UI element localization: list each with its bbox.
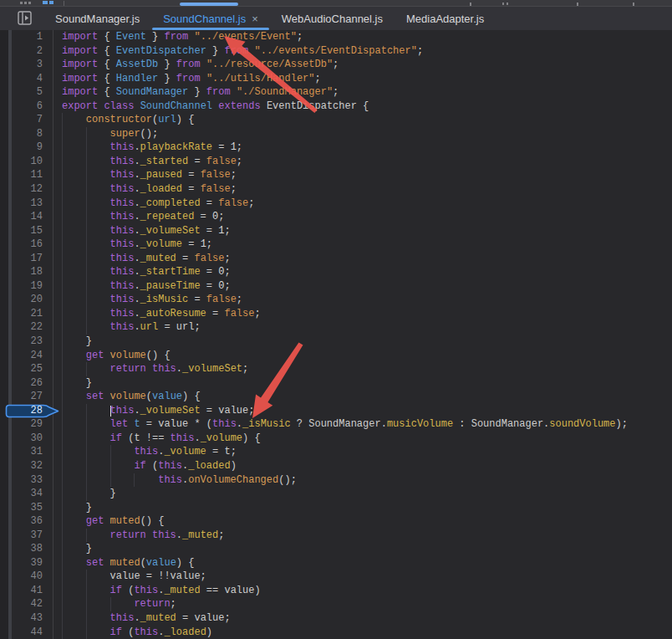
line-number[interactable]: 17 xyxy=(12,252,53,266)
code-line[interactable]: return this._muted; xyxy=(62,529,672,543)
code-line[interactable]: this._paused = false; xyxy=(62,168,672,182)
line-number[interactable]: 37 xyxy=(12,529,53,543)
line-number[interactable]: 7 xyxy=(12,113,53,127)
line-number[interactable]: 35 xyxy=(12,501,53,515)
line-number[interactable]: 23 xyxy=(12,335,53,349)
line-number[interactable]: 5 xyxy=(12,85,53,100)
line-number[interactable]: 29 xyxy=(12,417,53,432)
code-line[interactable]: this._muted = false; xyxy=(62,252,672,266)
code-line[interactable]: this._autoResume = false; xyxy=(62,307,672,321)
code-line[interactable]: this._startTime = 0; xyxy=(62,265,672,279)
line-number[interactable]: 15 xyxy=(12,224,53,238)
code-line[interactable]: this._volume = t; xyxy=(62,445,672,459)
code-line[interactable]: } xyxy=(62,542,672,556)
close-icon[interactable]: × xyxy=(252,13,258,24)
line-number[interactable]: 11 xyxy=(12,168,53,182)
line-number[interactable]: 19 xyxy=(12,279,53,294)
line-number[interactable]: 9 xyxy=(12,141,53,155)
code-line[interactable]: import { SoundManager } from "./SoundMan… xyxy=(62,85,672,100)
code-line[interactable]: this._muted = value; xyxy=(62,611,672,626)
line-number[interactable]: 41 xyxy=(12,584,53,598)
tab-webaudiochannel[interactable]: WebAudioChannel.js xyxy=(270,7,395,30)
code-line[interactable]: if (this._loaded) xyxy=(62,459,672,473)
line-number[interactable]: 36 xyxy=(12,514,53,529)
code-line[interactable]: get volume() { xyxy=(62,349,672,363)
line-number[interactable]: 26 xyxy=(12,376,53,391)
code-line[interactable]: import { EventDispatcher } from "../even… xyxy=(62,44,672,59)
code-line[interactable]: let t = value * (this._isMusic ? SoundMa… xyxy=(62,417,672,432)
line-number[interactable]: 3 xyxy=(12,58,53,72)
line-number[interactable]: 39 xyxy=(12,556,53,570)
line-number[interactable]: 22 xyxy=(12,320,53,335)
code-token: . xyxy=(134,253,140,264)
line-number[interactable]: 4 xyxy=(12,72,53,86)
code-line[interactable]: if (t !== this._volume) { xyxy=(62,432,672,446)
code-line[interactable]: } xyxy=(62,376,672,391)
editor-layout-icon[interactable] xyxy=(18,11,32,25)
code-line[interactable]: } xyxy=(62,501,672,515)
line-number[interactable]: 18 xyxy=(12,265,53,279)
code-line[interactable]: this._volumeSet = 1; xyxy=(62,224,672,238)
line-number[interactable]: 21 xyxy=(12,307,53,321)
line-number[interactable]: 44 xyxy=(12,626,53,639)
code-line[interactable]: constructor(url) { xyxy=(62,113,672,127)
code-token: _volume xyxy=(201,432,242,444)
line-number[interactable]: 31 xyxy=(12,445,53,459)
code-line[interactable]: this._volume = 1; xyxy=(62,238,672,252)
code-line[interactable]: import { AssetDb } from "../resource/Ass… xyxy=(62,58,672,72)
code-line[interactable]: if (this._muted == value) xyxy=(62,584,672,598)
code-line[interactable]: super(); xyxy=(62,127,672,141)
code-line[interactable]: value = !!value; xyxy=(62,570,672,584)
code-line[interactable]: return; xyxy=(62,597,672,611)
line-number[interactable]: 43 xyxy=(12,611,53,626)
tab-list: SoundManager.jsSoundChannel.js×WebAudioC… xyxy=(43,7,496,30)
code-line[interactable]: this._pauseTime = 0; xyxy=(62,279,672,294)
tab-soundmanager[interactable]: SoundManager.js xyxy=(43,7,151,30)
code-line[interactable]: this._loaded = false; xyxy=(62,182,672,197)
code-line[interactable]: this.playbackRate = 1; xyxy=(62,141,672,155)
line-number[interactable]: 20 xyxy=(12,293,53,307)
code-line[interactable]: set muted(value) { xyxy=(62,556,672,570)
code-line[interactable]: import { Handler } from "../utils/Handle… xyxy=(62,72,672,86)
code-line[interactable]: } xyxy=(62,335,672,349)
line-number[interactable]: 33 xyxy=(12,473,53,488)
line-number[interactable]: 28 xyxy=(12,404,53,418)
line-number[interactable]: 34 xyxy=(12,487,53,501)
code-line[interactable]: this.onVolumeChanged(); xyxy=(62,473,672,488)
code-line[interactable]: this.url = url; xyxy=(62,320,672,335)
line-number[interactable]: 1 xyxy=(12,30,53,44)
line-number[interactable]: 40 xyxy=(12,570,53,584)
line-number[interactable]: 12 xyxy=(12,182,53,197)
code-line[interactable]: set volume(value) { xyxy=(62,390,672,404)
breakpoint-gutter[interactable] xyxy=(0,30,8,639)
line-number[interactable]: 30 xyxy=(12,432,53,446)
code-line[interactable]: this._completed = false; xyxy=(62,197,672,211)
line-number[interactable]: 42 xyxy=(12,597,53,611)
line-number[interactable]: 2 xyxy=(12,44,53,59)
code-line[interactable]: } xyxy=(62,487,672,501)
line-number[interactable]: 27 xyxy=(12,390,53,404)
tab-mediaadapter[interactable]: MediaAdapter.js xyxy=(395,7,496,30)
code-area[interactable]: import { Event } from "../events/Event";… xyxy=(53,30,672,639)
line-number[interactable]: 13 xyxy=(12,197,53,211)
code-line[interactable]: export class SoundChannel extends EventD… xyxy=(62,100,672,114)
code-line[interactable]: this._volumeSet = value; xyxy=(62,404,672,418)
line-number[interactable]: 10 xyxy=(12,155,53,169)
code-token: get xyxy=(86,350,104,361)
code-line[interactable]: return this._volumeSet; xyxy=(62,362,672,376)
code-line[interactable]: this._isMusic = false; xyxy=(62,293,672,307)
line-number[interactable]: 24 xyxy=(12,349,53,363)
line-number[interactable]: 6 xyxy=(12,100,53,114)
line-number[interactable]: 16 xyxy=(12,238,53,252)
code-line[interactable]: import { Event } from "../events/Event"; xyxy=(62,30,672,44)
line-number[interactable]: 14 xyxy=(12,210,53,224)
tab-soundchannel[interactable]: SoundChannel.js× xyxy=(151,7,270,30)
line-number[interactable]: 25 xyxy=(12,362,53,376)
code-line[interactable]: this._started = false; xyxy=(62,155,672,169)
line-number[interactable]: 8 xyxy=(12,127,53,141)
code-line[interactable]: this._repeated = 0; xyxy=(62,210,672,224)
line-number[interactable]: 38 xyxy=(12,542,53,556)
code-line[interactable]: get muted() { xyxy=(62,514,672,529)
line-number[interactable]: 32 xyxy=(12,459,53,473)
code-line[interactable]: if (this._loaded) xyxy=(62,626,672,639)
